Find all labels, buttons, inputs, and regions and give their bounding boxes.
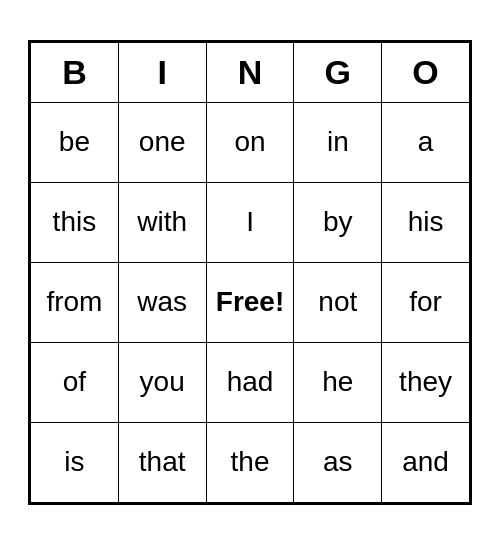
cell-2-1: was (118, 262, 206, 342)
cell-2-4: for (382, 262, 470, 342)
table-row: ofyouhadhethey (31, 342, 470, 422)
cell-4-3: as (294, 422, 382, 502)
cell-1-2: I (206, 182, 294, 262)
cell-3-3: he (294, 342, 382, 422)
cell-0-1: one (118, 102, 206, 182)
bingo-table: B I N G O beoneoninathiswithIbyhisfromwa… (30, 42, 470, 503)
col-b: B (31, 42, 119, 102)
cell-1-1: with (118, 182, 206, 262)
cell-0-4: a (382, 102, 470, 182)
cell-2-0: from (31, 262, 119, 342)
col-i: I (118, 42, 206, 102)
table-row: isthattheasand (31, 422, 470, 502)
cell-0-0: be (31, 102, 119, 182)
table-row: beoneonina (31, 102, 470, 182)
cell-4-0: is (31, 422, 119, 502)
bingo-card: B I N G O beoneoninathiswithIbyhisfromwa… (28, 40, 472, 505)
col-n: N (206, 42, 294, 102)
cell-0-3: in (294, 102, 382, 182)
cell-1-4: his (382, 182, 470, 262)
table-row: thiswithIbyhis (31, 182, 470, 262)
col-g: G (294, 42, 382, 102)
cell-4-4: and (382, 422, 470, 502)
cell-3-4: they (382, 342, 470, 422)
cell-3-2: had (206, 342, 294, 422)
cell-3-0: of (31, 342, 119, 422)
table-row: fromwasFree!notfor (31, 262, 470, 342)
cell-1-3: by (294, 182, 382, 262)
cell-3-1: you (118, 342, 206, 422)
cell-4-2: the (206, 422, 294, 502)
cell-2-2[interactable]: Free! (206, 262, 294, 342)
cell-2-3: not (294, 262, 382, 342)
header-row: B I N G O (31, 42, 470, 102)
cell-4-1: that (118, 422, 206, 502)
col-o: O (382, 42, 470, 102)
cell-1-0: this (31, 182, 119, 262)
cell-0-2: on (206, 102, 294, 182)
